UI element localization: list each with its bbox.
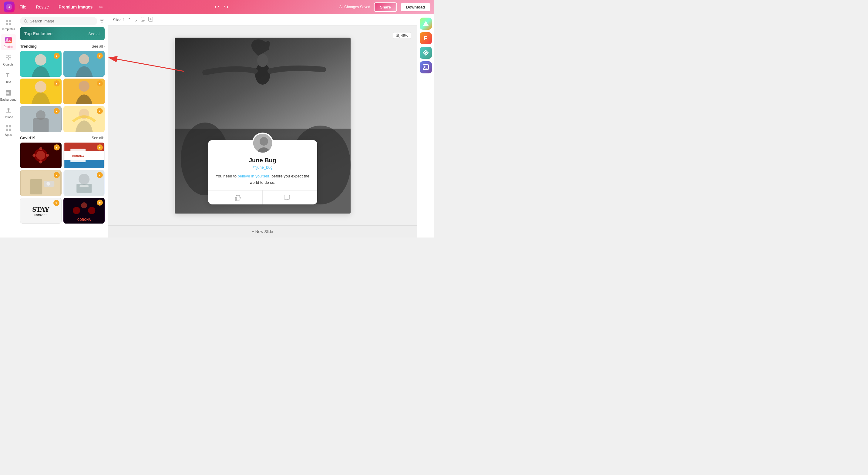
slide-copy-icon[interactable] xyxy=(140,17,146,23)
sidebar-item-templates[interactable]: Templates xyxy=(1,17,16,33)
slide-up-icon[interactable]: ⌃ xyxy=(127,17,131,23)
svg-point-54 xyxy=(46,182,50,186)
heart-badge-4: ♥ xyxy=(97,81,103,87)
slide-add-icon[interactable] xyxy=(148,17,153,23)
covid-image-2[interactable]: CORONA ♥ xyxy=(63,142,105,168)
svg-point-70 xyxy=(257,54,268,67)
share-button[interactable]: Share xyxy=(374,2,397,12)
trending-image-1[interactable]: ♥ xyxy=(20,51,62,77)
svg-rect-82 xyxy=(423,65,429,69)
sidebar-item-photos[interactable]: Photos xyxy=(1,34,16,50)
svg-point-42 xyxy=(39,160,42,163)
svg-point-28 xyxy=(35,81,46,93)
trending-image-2[interactable]: ♥ xyxy=(63,51,105,77)
slide-down-icon[interactable]: ⌄ xyxy=(134,17,138,23)
svg-rect-8 xyxy=(6,55,8,57)
sidebar-item-background[interactable]: BG Background xyxy=(1,87,16,103)
sidebar-item-objects[interactable]: Objects xyxy=(1,52,16,68)
svg-point-40 xyxy=(36,151,45,160)
slide-canvas-area: June Bug @june_bug You need to believe i… xyxy=(108,26,417,225)
heart-badge-2: ♥ xyxy=(97,53,103,59)
menu-resize[interactable]: Resize xyxy=(36,5,49,9)
covid-image-5[interactable]: STAY HOME SAFE ♥ xyxy=(20,198,62,224)
menu-premium-images[interactable]: Premium Images xyxy=(59,5,93,9)
header-center: ↩ ↪ xyxy=(108,4,334,10)
text-label: Text xyxy=(5,81,11,84)
svg-point-34 xyxy=(36,110,46,120)
sidebar-icons: Templates Photos xyxy=(0,14,17,238)
trending-image-6[interactable]: ♥ xyxy=(63,106,105,132)
sidebar-item-upload[interactable]: Upload xyxy=(1,104,16,121)
heart-badge-6: ♥ xyxy=(97,108,103,114)
redo-button[interactable]: ↪ xyxy=(224,4,228,10)
app-logo[interactable]: ✦ xyxy=(4,2,14,12)
sidebar-item-apps[interactable]: Apps xyxy=(1,122,16,138)
covid19-grid: ♥ CORONA ♥ xyxy=(20,142,105,224)
trending-section-header: Trending See all › xyxy=(20,44,105,49)
like-button[interactable] xyxy=(214,190,263,204)
exclusive-banner[interactable]: Top Exclusive See all xyxy=(20,27,105,40)
apps-icon xyxy=(4,124,13,132)
svg-rect-57 xyxy=(76,184,92,193)
heart-badge-3: ♥ xyxy=(54,81,60,87)
edit-icon: ✏ xyxy=(99,4,103,10)
svg-rect-10 xyxy=(6,58,8,60)
download-button[interactable]: Download xyxy=(401,3,430,11)
app-icon-4[interactable] xyxy=(420,61,432,73)
slide-area-wrapper: Slide 1 ⌃ ⌄ xyxy=(108,14,417,238)
search-area xyxy=(17,14,108,27)
covid-image-4[interactable]: ♥ xyxy=(63,170,105,196)
covid-image-1[interactable]: ♥ xyxy=(20,142,62,168)
search-input[interactable] xyxy=(30,19,94,23)
card-actions xyxy=(214,190,311,204)
svg-rect-65 xyxy=(142,17,145,20)
menu-file[interactable]: File xyxy=(20,5,26,9)
svg-marker-80 xyxy=(423,21,429,26)
search-icon xyxy=(24,19,28,23)
app-icon-3[interactable] xyxy=(420,47,432,59)
svg-point-43 xyxy=(32,154,35,157)
trending-image-4[interactable]: ♥ xyxy=(63,78,105,104)
sidebar-item-text[interactable]: T Text xyxy=(1,69,16,86)
comment-button[interactable] xyxy=(262,190,311,204)
heart-badge-1: ♥ xyxy=(54,53,60,59)
new-slide-button[interactable]: + New Slide xyxy=(108,225,417,238)
zoom-indicator[interactable]: 49% xyxy=(393,32,411,39)
svg-point-41 xyxy=(39,147,42,150)
svg-rect-58 xyxy=(80,185,89,187)
svg-text:BG: BG xyxy=(6,92,10,94)
svg-rect-3 xyxy=(9,20,11,22)
svg-rect-64 xyxy=(141,18,144,21)
upload-label: Upload xyxy=(4,116,13,119)
svg-rect-17 xyxy=(6,129,8,131)
profile-card[interactable]: June Bug @june_bug You need to believe i… xyxy=(208,140,317,204)
text-icon: T xyxy=(4,71,13,80)
search-box[interactable] xyxy=(20,17,97,25)
templates-label: Templates xyxy=(2,28,16,31)
undo-button[interactable]: ↩ xyxy=(214,4,219,10)
svg-point-25 xyxy=(79,54,89,64)
app-icon-1[interactable] xyxy=(420,18,432,30)
trending-image-5[interactable]: ♥ xyxy=(20,106,62,132)
svg-rect-11 xyxy=(9,58,11,60)
slide-canvas[interactable]: June Bug @june_bug You need to believe i… xyxy=(175,38,350,214)
covid19-section-header: Covid19 See all › xyxy=(20,135,105,140)
trending-grid: ♥ ♥ xyxy=(20,51,105,132)
heart-badge-c2: ♥ xyxy=(97,145,103,151)
trending-title: Trending xyxy=(20,44,37,49)
covid19-see-all[interactable]: See all › xyxy=(92,136,105,140)
apps-label: Apps xyxy=(5,133,12,136)
svg-point-81 xyxy=(425,52,427,54)
photos-label: Photos xyxy=(4,45,13,49)
svg-point-7 xyxy=(6,38,8,40)
heart-badge-c6: ♥ xyxy=(97,199,103,205)
app-icon-2[interactable]: F xyxy=(420,32,432,44)
trending-see-all[interactable]: See all › xyxy=(92,44,105,49)
svg-rect-52 xyxy=(30,179,42,194)
covid-image-3[interactable]: ♥ xyxy=(20,170,62,196)
svg-text:T: T xyxy=(6,72,9,78)
trending-image-3[interactable]: ♥ xyxy=(20,78,62,104)
filter-icon[interactable] xyxy=(99,18,105,25)
all-changes-saved: All Changes Saved xyxy=(339,5,370,9)
covid-image-6[interactable]: CORONA ♥ xyxy=(63,198,105,224)
